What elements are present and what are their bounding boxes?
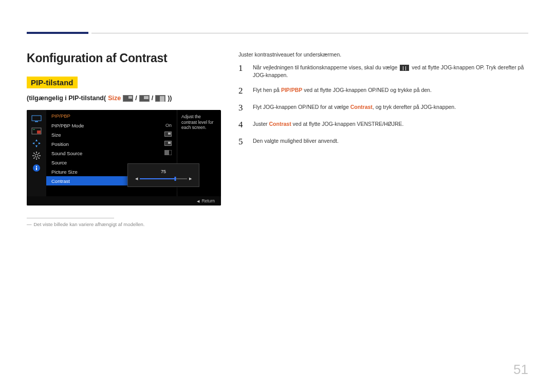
step-number: 3: [238, 103, 248, 113]
page-content: Konfiguration af Contrast PIP-tilstand (…: [0, 0, 555, 248]
svg-line-16: [33, 158, 34, 159]
step-number: 4: [238, 120, 248, 130]
osd-row-label: Position: [51, 141, 69, 147]
header-accent: [27, 32, 88, 34]
intro-text: Juster kontrastniveauet for underskærmen…: [238, 51, 528, 58]
availability-suffix: )): [168, 95, 172, 102]
sound-thumb: [164, 150, 172, 156]
svg-marker-5: [35, 139, 38, 141]
step-3: 3 Flyt JOG-knappen OP/NED for at vælge C…: [238, 103, 528, 113]
pip-position-thumb: [164, 141, 172, 147]
svg-rect-1: [35, 121, 38, 122]
osd-row-value: On: [165, 123, 172, 128]
step-2: 2 Flyt hen på PIP/PBP ved at flytte JOG-…: [238, 86, 528, 96]
contrast-slider[interactable]: ◀ ▶: [135, 176, 192, 181]
sep2: /: [152, 95, 153, 102]
osd-row-label: Source: [51, 160, 67, 165]
highlight: Contrast: [350, 104, 373, 110]
size-icon-3: [155, 95, 165, 102]
svg-rect-0: [32, 116, 41, 121]
pip-size-thumb: [164, 132, 172, 138]
left-column: Konfiguration af Contrast PIP-tilstand (…: [27, 51, 222, 227]
step-text: Når vejledningen til funktionsknapperne …: [253, 64, 528, 79]
highlight: PIP/PBP: [281, 87, 302, 93]
svg-rect-19: [36, 167, 37, 170]
svg-rect-20: [36, 166, 37, 167]
contrast-slider-popup: 75 ◀ ▶: [127, 163, 199, 187]
return-label[interactable]: Return: [201, 198, 215, 203]
availability-line: (tilgængelig i PIP-tilstand( Size / / )): [27, 95, 222, 102]
svg-rect-22: [164, 150, 169, 155]
right-column: Juster kontrastniveauet for underskærmen…: [238, 51, 528, 227]
svg-rect-3: [37, 130, 41, 134]
footnote-rule: [27, 218, 114, 218]
slider-fill: [140, 178, 175, 179]
t: ved at flytte JOG-knappen VENSTRE/HØJRE.: [291, 121, 404, 127]
osd-row-label: Sound Source: [51, 151, 82, 156]
osd-row-sound[interactable]: Sound Source: [46, 148, 177, 158]
osd-row-size[interactable]: Size: [46, 130, 177, 139]
highlight: Contrast: [269, 121, 291, 127]
footnote: ―Det viste billede kan variere afhængigt…: [27, 221, 222, 227]
step-list: 1 Når vejledningen til funktionsknappern…: [238, 64, 528, 146]
t: Når vejledningen til funktionsknapperne …: [253, 64, 399, 70]
osd-sidebar-icons: [27, 110, 46, 196]
sep1: /: [135, 95, 137, 102]
menu-glyph-icon: [400, 65, 409, 71]
osd-row-label: Picture Size: [51, 169, 78, 175]
page-title: Konfiguration af Contrast: [27, 51, 222, 65]
t: Juster: [253, 121, 269, 127]
page-number: 51: [513, 362, 528, 378]
osd-footer: ◀Return: [27, 196, 221, 206]
gear-icon: [31, 151, 42, 160]
osd-row-label: Size: [51, 132, 61, 138]
t: , og tryk derefter på JOG-knappen.: [373, 104, 456, 110]
osd-main: PIP/PBP PIP/PBP ModeOn Size Position Sou…: [46, 110, 177, 196]
monitor-icon: [31, 114, 42, 123]
osd-title: PIP/PBP: [46, 110, 177, 121]
step-number: 1: [238, 64, 248, 73]
availability-size: Size: [108, 95, 121, 102]
step-text: Flyt JOG-knappen OP/NED for at vælge Con…: [253, 103, 456, 111]
svg-line-17: [39, 153, 40, 154]
osd-row-label: Contrast: [51, 178, 70, 184]
osd-row-position[interactable]: Position: [46, 139, 177, 148]
pip-icon: [31, 126, 42, 136]
return-icon[interactable]: ◀: [197, 199, 199, 203]
step-number: 5: [238, 137, 248, 147]
osd-row-mode[interactable]: PIP/PBP ModeOn: [46, 121, 177, 130]
step-1: 1 Når vejledningen til funktionsknappern…: [238, 64, 528, 79]
svg-marker-8: [39, 142, 41, 144]
step-5: 5 Den valgte mulighed bliver anvendt.: [238, 137, 528, 147]
t: Flyt hen på: [253, 87, 281, 93]
slider-right-icon[interactable]: ▶: [189, 177, 192, 181]
step-text: Flyt hen på PIP/PBP ved at flytte JOG-kn…: [253, 86, 432, 94]
t: Den valgte mulighed bliver anvendt.: [253, 138, 339, 144]
step-4: 4 Juster Contrast ved at flytte JOG-knap…: [238, 120, 528, 130]
footnote-text: Det viste billede kan variere afhængigt …: [34, 221, 145, 227]
svg-line-15: [39, 158, 40, 159]
slider-knob[interactable]: [175, 177, 176, 181]
slider-left-icon[interactable]: ◀: [135, 177, 138, 181]
svg-marker-6: [35, 145, 38, 147]
step-number: 2: [238, 86, 248, 96]
arrows-icon: [31, 139, 42, 148]
step-text: Den valgte mulighed bliver anvendt.: [253, 137, 339, 145]
size-icon-2: [139, 95, 150, 102]
step-text: Juster Contrast ved at flytte JOG-knappe…: [253, 120, 404, 128]
header-rule: [91, 33, 528, 33]
t: ved at flytte JOG-knappen OP/NED og tryk…: [302, 87, 432, 93]
t: Flyt JOG-knappen OP/NED for at vælge: [253, 104, 350, 110]
info-icon: [31, 163, 42, 173]
availability-prefix: (tilgængelig i PIP-tilstand(: [27, 95, 106, 102]
osd-menu: PIP/PBP PIP/PBP ModeOn Size Position Sou…: [27, 110, 221, 206]
pip-mode-badge: PIP-tilstand: [27, 77, 78, 88]
osd-row-label: PIP/PBP Mode: [51, 123, 84, 128]
svg-line-14: [33, 153, 34, 154]
svg-marker-7: [32, 142, 34, 144]
svg-point-9: [35, 154, 38, 157]
slider-track[interactable]: [140, 178, 187, 179]
size-icon-1: [123, 95, 133, 102]
slider-value: 75: [161, 169, 166, 174]
